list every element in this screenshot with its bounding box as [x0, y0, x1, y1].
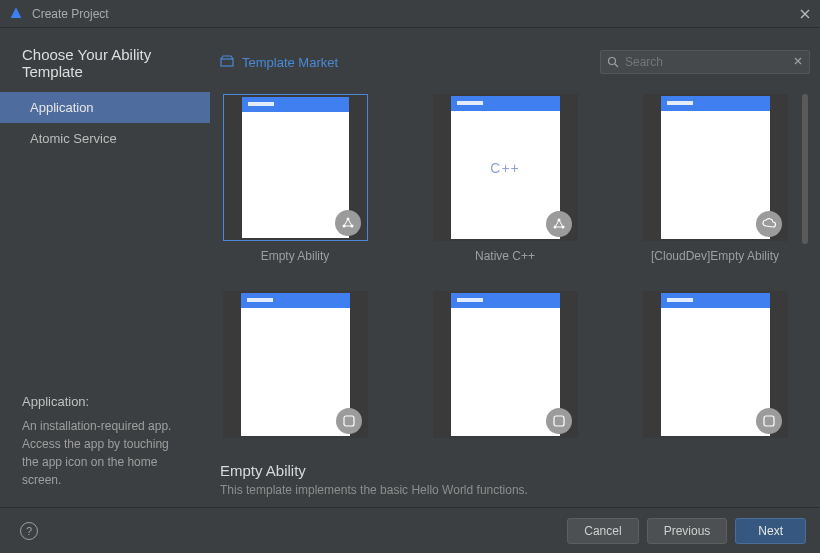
sidebar-item-label: Atomic Service: [30, 131, 117, 146]
search-icon: [607, 56, 619, 68]
template-label: Native C++: [475, 249, 535, 263]
content: Choose Your Ability Template Application…: [0, 28, 820, 507]
template-detail: Empty Ability This template implements t…: [220, 454, 810, 507]
help-icon[interactable]: ?: [20, 522, 38, 540]
svg-rect-10: [554, 416, 564, 426]
sidebar-description-title: Application:: [22, 392, 188, 412]
titlebar: Create Project: [0, 0, 820, 28]
template-thumb: [223, 291, 368, 438]
sidebar-item-application[interactable]: Application: [0, 92, 210, 123]
template-native-cpp[interactable]: C++ Native C++: [430, 94, 580, 263]
main-top: Template Market: [220, 50, 810, 74]
generic-icon: [546, 408, 572, 434]
sidebar-item-label: Application: [30, 100, 94, 115]
template-clouddev-empty-ability[interactable]: [CloudDev]Empty Ability: [640, 94, 790, 263]
window-title: Create Project: [32, 7, 798, 21]
sidebar: Choose Your Ability Template Application…: [0, 28, 210, 507]
template-label: [CloudDev]Empty Ability: [651, 249, 779, 263]
sidebar-description-body: An installation-required app. Access the…: [22, 417, 188, 489]
detail-title: Empty Ability: [220, 462, 810, 479]
template-thumb: [643, 94, 788, 241]
template-thumb: [223, 94, 368, 241]
clear-search-icon[interactable]: [793, 55, 803, 69]
cpp-label: C++: [451, 96, 560, 239]
search-input[interactable]: [625, 55, 793, 69]
next-button[interactable]: Next: [735, 518, 806, 544]
template-card[interactable]: [640, 291, 790, 438]
svg-point-1: [609, 58, 616, 65]
footer: ? Cancel Previous Next: [0, 507, 820, 553]
template-card[interactable]: [430, 291, 580, 438]
sidebar-item-atomic-service[interactable]: Atomic Service: [0, 123, 210, 154]
page-title: Choose Your Ability Template: [0, 42, 210, 92]
search-input-wrap[interactable]: [600, 50, 810, 74]
templates-scroll: Empty Ability C++ Native C++: [220, 94, 810, 454]
template-thumb: C++: [433, 94, 578, 241]
previous-button[interactable]: Previous: [647, 518, 728, 544]
cancel-button[interactable]: Cancel: [567, 518, 638, 544]
main-panel: Template Market: [210, 28, 820, 507]
svg-rect-0: [221, 59, 233, 66]
svg-rect-9: [344, 416, 354, 426]
template-market-label: Template Market: [242, 55, 338, 70]
scrollbar[interactable]: [802, 94, 808, 244]
generic-icon: [336, 408, 362, 434]
svg-rect-11: [764, 416, 774, 426]
svg-line-2: [615, 64, 618, 67]
template-thumb: [433, 291, 578, 438]
cloud-icon: [756, 211, 782, 237]
market-icon: [220, 55, 234, 70]
templates-grid: Empty Ability C++ Native C++: [220, 94, 810, 438]
sidebar-description: Application: An installation-required ap…: [0, 392, 210, 508]
template-empty-ability[interactable]: Empty Ability: [220, 94, 370, 263]
ability-icon: [546, 211, 572, 237]
detail-description: This template implements the basic Hello…: [220, 483, 810, 497]
template-label: Empty Ability: [261, 249, 330, 263]
app-logo-icon: [8, 6, 24, 22]
generic-icon: [756, 408, 782, 434]
template-thumb: [643, 291, 788, 438]
close-icon[interactable]: [798, 7, 812, 21]
ability-icon: [335, 210, 361, 236]
template-card[interactable]: [220, 291, 370, 438]
template-market-link[interactable]: Template Market: [220, 55, 338, 70]
